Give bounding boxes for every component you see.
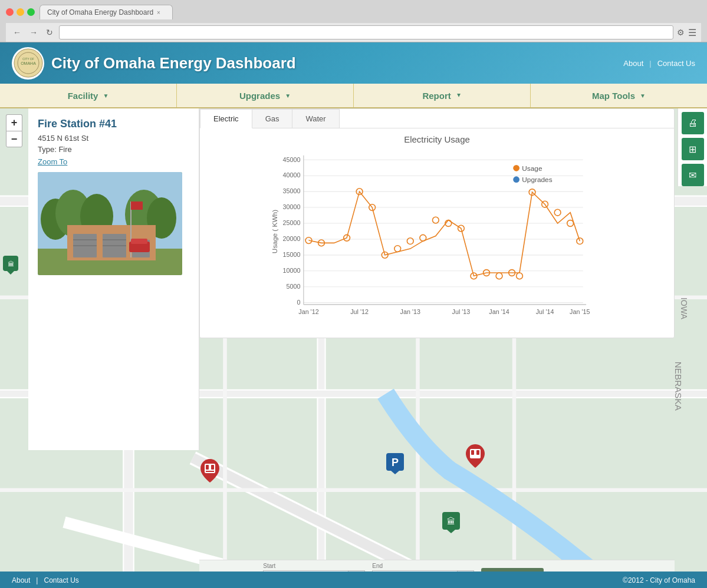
svg-marker-40 — [7, 271, 14, 275]
svg-rect-112 — [513, 165, 519, 171]
tab-gas[interactable]: Gas — [252, 109, 293, 128]
map-marker-parking[interactable]: P — [386, 453, 405, 477]
right-toolbar: 🖨 ⊞ ✉ — [678, 108, 707, 186]
tab-water[interactable]: Water — [292, 109, 339, 128]
svg-text:25000: 25000 — [283, 219, 301, 226]
app-footer: About | Contact Us ©2012 - City of Omaha — [0, 572, 707, 588]
settings-icon[interactable]: ⚙ — [677, 28, 685, 37]
email-button[interactable]: ✉ — [682, 164, 704, 186]
facility-name: Fire Station #41 — [38, 118, 189, 130]
svg-text:🏛: 🏛 — [8, 260, 14, 267]
svg-text:NEBRASKA: NEBRASKA — [673, 362, 683, 411]
header-about-link[interactable]: About — [623, 59, 643, 68]
map-marker-green-left[interactable]: 🏛 — [3, 256, 19, 277]
svg-point-102 — [554, 209, 561, 216]
svg-text:Jan '14: Jan '14 — [489, 308, 509, 314]
address-bar[interactable] — [59, 25, 673, 39]
header-nav: About | Contact Us — [623, 59, 695, 68]
svg-rect-33 — [471, 450, 474, 455]
svg-text:Jul '14: Jul '14 — [536, 308, 554, 314]
maximize-traffic-light[interactable] — [27, 8, 35, 16]
app-header: OMAHA CITY OF City of Omaha Energy Dashb… — [0, 42, 707, 84]
email-icon: ✉ — [689, 170, 696, 181]
svg-rect-114 — [513, 176, 519, 183]
nav-map-tools-arrow: ▼ — [640, 93, 646, 99]
svg-text:Jan '15: Jan '15 — [570, 308, 590, 314]
browser-tab[interactable]: City of Omaha Energy Dashboard × — [40, 5, 173, 19]
zoom-in-button[interactable]: + — [6, 114, 22, 131]
tab-electric-label: Electric — [213, 114, 239, 123]
svg-rect-57 — [131, 201, 143, 210]
svg-text:30000: 30000 — [283, 203, 301, 210]
menu-icon[interactable]: ☰ — [688, 27, 696, 38]
map-marker-fire-2[interactable] — [466, 444, 485, 470]
zoom-to-link[interactable]: Zoom To — [38, 157, 189, 166]
facility-type: Type: Fire — [38, 145, 189, 154]
nav-upgrades-arrow: ▼ — [285, 93, 291, 99]
svg-text:🏛: 🏛 — [447, 517, 455, 526]
footer-about-link[interactable]: About — [12, 576, 30, 584]
svg-text:IOWA: IOWA — [679, 298, 689, 320]
svg-text:P: P — [392, 457, 399, 468]
svg-text:15000: 15000 — [283, 251, 301, 258]
svg-rect-59 — [131, 239, 147, 244]
forward-button[interactable]: → — [27, 27, 40, 38]
nav-report-label: Report — [422, 91, 450, 101]
nav-menu: Facility ▼ Upgrades ▼ Report ▲ Map Tools… — [0, 84, 707, 108]
svg-text:Jul '12: Jul '12 — [350, 308, 369, 314]
svg-rect-34 — [476, 450, 479, 455]
header-left: OMAHA CITY OF City of Omaha Energy Dashb… — [12, 47, 296, 80]
end-date-label: End — [372, 563, 474, 569]
svg-text:10000: 10000 — [283, 267, 301, 274]
print-button[interactable]: 🖨 — [682, 112, 704, 134]
close-traffic-light[interactable] — [6, 8, 14, 16]
tab-close-button[interactable]: × — [157, 9, 160, 16]
traffic-lights — [6, 8, 35, 16]
svg-text:40000: 40000 — [283, 171, 301, 179]
minimize-traffic-light[interactable] — [17, 8, 24, 16]
chart-tabs: Electric Gas Water — [200, 109, 674, 128]
svg-text:Jan '12: Jan '12 — [298, 308, 318, 314]
nav-facility-arrow: ▼ — [103, 93, 108, 99]
map-marker-fire-1[interactable] — [200, 459, 219, 485]
nav-facility[interactable]: Facility ▼ — [0, 84, 177, 107]
svg-point-99 — [517, 273, 523, 279]
footer-copyright: ©2012 - City of Omaha — [623, 576, 695, 584]
svg-point-97 — [496, 273, 502, 279]
nav-upgrades[interactable]: Upgrades ▼ — [177, 84, 354, 107]
app-title: City of Omaha Energy Dashboard — [51, 54, 296, 72]
header-separator: | — [649, 59, 651, 68]
tab-electric[interactable]: Electric — [200, 109, 252, 128]
nav-report[interactable]: Report ▲ — [354, 84, 531, 107]
svg-text:Usage: Usage — [522, 164, 542, 173]
facility-image — [38, 172, 182, 275]
app-container: OMAHA CITY OF City of Omaha Energy Dashb… — [0, 42, 707, 588]
svg-text:Usage ( KWh): Usage ( KWh) — [271, 210, 279, 253]
svg-text:OMAHA: OMAHA — [21, 61, 36, 65]
footer-separator: | — [36, 576, 38, 584]
zoom-out-button[interactable]: − — [6, 131, 22, 147]
tab-water-label: Water — [305, 114, 325, 123]
back-button[interactable]: ← — [11, 27, 24, 38]
tab-gas-label: Gas — [265, 114, 279, 123]
svg-text:Jan '13: Jan '13 — [400, 308, 420, 314]
table-button[interactable]: ⊞ — [682, 138, 704, 160]
nav-map-tools[interactable]: Map Tools ▼ — [531, 84, 707, 107]
footer-contact-link[interactable]: Contact Us — [44, 576, 78, 584]
refresh-button[interactable]: ↻ — [44, 27, 55, 38]
zoom-controls: + − — [6, 114, 22, 147]
svg-text:0: 0 — [297, 299, 300, 306]
print-icon: 🖨 — [688, 118, 698, 128]
chart-container: Usage ( KWh) 45000 40000 35000 30000 250… — [206, 149, 668, 314]
svg-point-89 — [394, 246, 401, 252]
header-contact-link[interactable]: Contact Us — [657, 59, 695, 68]
nav-map-tools-label: Map Tools — [592, 91, 635, 101]
nav-upgrades-label: Upgrades — [239, 91, 280, 101]
svg-text:35000: 35000 — [283, 187, 301, 194]
svg-text:CITY OF: CITY OF — [22, 57, 34, 61]
svg-point-91 — [420, 234, 426, 241]
svg-text:20000: 20000 — [283, 235, 301, 242]
map-marker-green[interactable]: 🏛 — [442, 512, 461, 536]
svg-text:45000: 45000 — [283, 156, 301, 163]
svg-rect-28 — [206, 471, 214, 472]
